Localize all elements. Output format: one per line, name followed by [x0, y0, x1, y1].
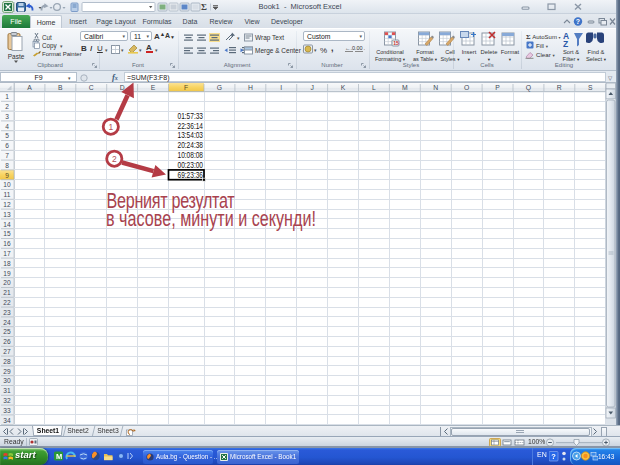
- svg-text:%: %: [320, 46, 327, 55]
- svg-text:22: 22: [3, 299, 11, 306]
- svg-text:19: 19: [3, 270, 11, 277]
- svg-text:26: 26: [3, 338, 11, 345]
- svg-text:?: ?: [576, 18, 580, 25]
- svg-text:K: K: [341, 84, 346, 91]
- svg-text:18: 18: [3, 260, 11, 267]
- svg-text:Format Painter: Format Painter: [42, 50, 82, 56]
- svg-text:?: ?: [551, 452, 556, 461]
- svg-text:▾: ▾: [121, 47, 124, 53]
- svg-text:25: 25: [3, 328, 11, 335]
- svg-text:1: 1: [108, 122, 113, 132]
- svg-text:28: 28: [3, 358, 11, 365]
- svg-text:M: M: [56, 452, 62, 461]
- svg-text:20: 20: [3, 279, 11, 286]
- svg-text:15: 15: [393, 40, 399, 46]
- svg-text:L: L: [372, 84, 376, 91]
- svg-text:Q: Q: [526, 84, 531, 92]
- svg-text:31: 31: [3, 387, 11, 394]
- svg-text:P: P: [495, 84, 500, 91]
- svg-text:17: 17: [3, 250, 11, 257]
- svg-text:29: 29: [3, 368, 11, 375]
- svg-text:32: 32: [3, 397, 11, 404]
- svg-text:S: S: [588, 84, 593, 91]
- svg-text:▾: ▾: [237, 35, 240, 41]
- svg-text:33: 33: [3, 407, 11, 414]
- svg-text:2: 2: [112, 154, 117, 164]
- svg-text:,: ,: [331, 44, 334, 53]
- svg-text:23: 23: [3, 309, 11, 316]
- svg-text:27: 27: [3, 348, 11, 355]
- svg-text:21: 21: [3, 289, 11, 296]
- svg-text:N: N: [433, 84, 438, 91]
- svg-text:.00→: .00→: [355, 45, 365, 51]
- svg-text:16: 16: [3, 240, 11, 247]
- svg-text:Z: Z: [563, 39, 568, 48]
- svg-text:Cut: Cut: [42, 33, 52, 40]
- svg-text:в часове, минути и секунди!: в часове, минути и секунди!: [106, 207, 316, 231]
- svg-text:24: 24: [3, 319, 11, 326]
- svg-text:34: 34: [3, 417, 11, 424]
- svg-text:←.0: ←.0: [345, 45, 355, 51]
- svg-text:▾: ▾: [60, 42, 63, 48]
- svg-text:Copy: Copy: [42, 41, 58, 49]
- svg-text:R: R: [557, 84, 562, 91]
- svg-text:Σ: Σ: [201, 2, 207, 12]
- svg-text:▾: ▾: [314, 47, 317, 53]
- svg-text:M: M: [402, 84, 408, 91]
- svg-text:▾: ▾: [139, 47, 142, 53]
- svg-text:O: O: [464, 84, 469, 91]
- svg-text:30: 30: [3, 377, 11, 384]
